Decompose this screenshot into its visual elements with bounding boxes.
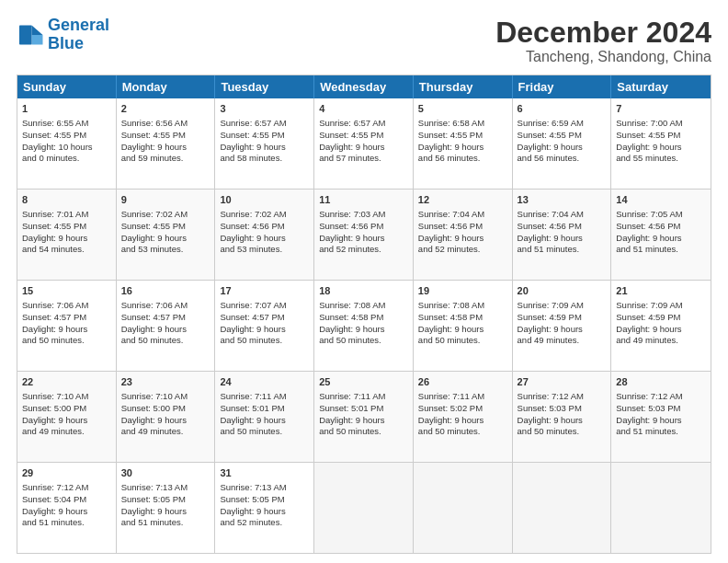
day-number: 25 [319,375,408,389]
header-thursday: Thursday [414,75,513,98]
day-info: Sunrise: 7:11 AM [418,391,484,401]
day-info: Sunrise: 7:12 AM [518,391,584,401]
cal-cell: 22Sunrise: 7:10 AMSunset: 5:00 PMDayligh… [17,372,117,462]
day-info: Daylight: 9 hours [616,142,681,152]
day-info: and 0 minutes. [22,153,79,163]
day-number: 29 [22,466,111,480]
day-info: Sunset: 4:55 PM [319,130,383,140]
cal-cell: 7Sunrise: 7:00 AMSunset: 4:55 PMDaylight… [611,98,711,189]
day-info: Sunrise: 7:02 AM [121,209,188,219]
day-info: Sunset: 4:55 PM [518,130,582,140]
day-info: and 58 minutes. [220,153,282,163]
day-info: Sunrise: 7:13 AM [220,482,286,492]
cal-cell: 1Sunrise: 6:55 AMSunset: 4:55 PMDaylight… [17,98,117,189]
header: General Blue December 2024 Tancheng, Sha… [17,17,711,65]
day-info: Sunrise: 7:03 AM [319,209,385,219]
header-sunday: Sunday [17,75,117,98]
cal-cell: 12Sunrise: 7:04 AMSunset: 4:56 PMDayligh… [414,190,513,280]
day-info: and 56 minutes. [518,153,580,163]
day-info: Daylight: 9 hours [121,324,187,334]
cal-cell: 18Sunrise: 7:08 AMSunset: 4:58 PMDayligh… [314,281,414,371]
day-info: Sunrise: 7:00 AM [616,118,682,128]
day-info: and 50 minutes. [418,335,481,345]
calendar: Sunday Monday Tuesday Wednesday Thursday… [17,75,711,554]
day-info: Daylight: 10 hours [22,142,93,152]
cal-cell [611,463,711,553]
day-number: 12 [418,193,507,207]
cal-cell: 28Sunrise: 7:12 AMSunset: 5:03 PMDayligh… [611,372,711,462]
day-number: 9 [121,193,210,207]
day-info: and 49 minutes. [518,335,580,345]
day-info: and 53 minutes. [220,244,282,254]
day-info: Daylight: 9 hours [418,415,483,425]
day-number: 13 [518,193,607,207]
day-info: Sunset: 4:57 PM [220,312,284,322]
day-info: and 50 minutes. [319,335,381,345]
day-info: and 51 minutes. [616,426,678,436]
day-info: Sunrise: 7:09 AM [616,300,682,310]
day-number: 14 [616,193,706,207]
day-info: Sunset: 5:03 PM [616,403,680,413]
cal-row-3: 15Sunrise: 7:06 AMSunset: 4:57 PMDayligh… [17,280,711,371]
day-info: and 59 minutes. [121,153,184,163]
day-info: Sunrise: 6:58 AM [418,118,484,128]
day-number: 23 [121,375,210,389]
day-info: Daylight: 9 hours [518,324,583,334]
day-info: Sunrise: 7:10 AM [121,391,188,401]
day-info: Sunrise: 7:11 AM [319,391,385,401]
day-info: and 53 minutes. [121,244,184,254]
cal-cell: 11Sunrise: 7:03 AMSunset: 4:56 PMDayligh… [314,190,414,280]
cal-cell: 25Sunrise: 7:11 AMSunset: 5:01 PMDayligh… [314,372,414,462]
day-info: Sunrise: 7:05 AM [616,209,682,219]
day-info: Daylight: 9 hours [220,233,285,243]
day-info: Daylight: 9 hours [220,415,285,425]
day-info: and 50 minutes. [220,426,282,436]
header-wednesday: Wednesday [314,75,414,98]
day-info: and 52 minutes. [418,244,481,254]
day-info: Sunset: 4:56 PM [220,221,284,231]
cal-cell: 23Sunrise: 7:10 AMSunset: 5:00 PMDayligh… [117,372,216,462]
day-info: Sunrise: 7:11 AM [220,391,286,401]
day-info: and 50 minutes. [518,426,580,436]
day-info: Daylight: 9 hours [22,415,87,425]
cal-cell: 30Sunrise: 7:13 AMSunset: 5:05 PMDayligh… [117,463,216,553]
day-number: 22 [22,375,111,389]
day-number: 28 [616,375,706,389]
day-info: Sunset: 4:55 PM [220,130,284,140]
day-info: Daylight: 9 hours [418,233,483,243]
day-info: and 57 minutes. [319,153,381,163]
day-info: Sunrise: 7:10 AM [22,391,88,401]
cal-cell: 31Sunrise: 7:13 AMSunset: 5:05 PMDayligh… [215,463,314,553]
subtitle: Tancheng, Shandong, China [495,49,711,65]
cal-cell: 3Sunrise: 6:57 AMSunset: 4:55 PMDaylight… [215,98,314,189]
day-number: 8 [22,193,111,207]
day-info: Sunset: 4:55 PM [22,130,86,140]
day-info: Sunset: 4:56 PM [518,221,582,231]
day-number: 5 [418,102,507,116]
day-info: Sunset: 4:57 PM [121,312,186,322]
day-info: and 50 minutes. [418,426,481,436]
day-number: 20 [518,284,607,298]
day-number: 7 [616,102,706,116]
day-info: Sunrise: 7:13 AM [121,482,188,492]
day-info: and 50 minutes. [220,335,282,345]
day-number: 18 [319,284,408,298]
day-info: and 51 minutes. [518,244,580,254]
day-info: and 51 minutes. [22,517,85,527]
day-number: 24 [220,375,309,389]
cal-cell: 19Sunrise: 7:08 AMSunset: 4:58 PMDayligh… [414,281,513,371]
day-info: Sunset: 4:56 PM [616,221,680,231]
cal-cell: 17Sunrise: 7:07 AMSunset: 4:57 PMDayligh… [215,281,314,371]
day-number: 30 [121,466,210,480]
day-number: 16 [121,284,210,298]
day-info: Daylight: 9 hours [22,233,87,243]
day-info: Daylight: 9 hours [121,142,187,152]
day-info: Sunset: 4:58 PM [319,312,383,322]
day-info: Sunrise: 7:09 AM [518,300,584,310]
day-info: Sunset: 4:55 PM [418,130,483,140]
cal-cell [414,463,513,553]
day-info: Daylight: 9 hours [220,506,285,516]
day-info: Daylight: 9 hours [518,415,583,425]
cal-cell: 2Sunrise: 6:56 AMSunset: 4:55 PMDaylight… [117,98,216,189]
day-info: Sunrise: 6:57 AM [220,118,286,128]
